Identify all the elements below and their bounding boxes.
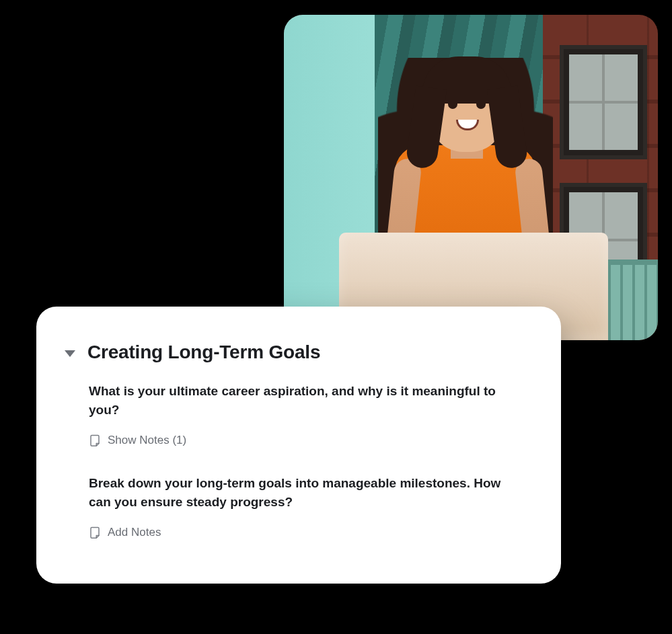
card-body: What is your ultimate career aspiration,… (65, 382, 523, 542)
prompt-item: Break down your long-term goals into man… (89, 474, 523, 542)
prompt-question: What is your ultimate career aspiration,… (89, 382, 519, 419)
card-title: Creating Long-Term Goals (87, 342, 320, 363)
add-notes-button[interactable]: Add Notes (89, 526, 161, 539)
notes-action-label: Show Notes (1) (108, 434, 186, 447)
note-icon (89, 434, 101, 447)
prompt-question: Break down your long-term goals into man… (89, 474, 519, 511)
caret-down-icon[interactable] (65, 350, 75, 357)
show-notes-button[interactable]: Show Notes (1) (89, 434, 186, 447)
hero-image (284, 15, 658, 340)
prompt-item: What is your ultimate career aspiration,… (89, 382, 523, 450)
card-header: Creating Long-Term Goals (65, 342, 523, 363)
goals-card: Creating Long-Term Goals What is your ul… (36, 307, 561, 584)
notes-action-label: Add Notes (108, 526, 161, 539)
note-icon (89, 526, 101, 539)
person-illustration (358, 17, 573, 260)
